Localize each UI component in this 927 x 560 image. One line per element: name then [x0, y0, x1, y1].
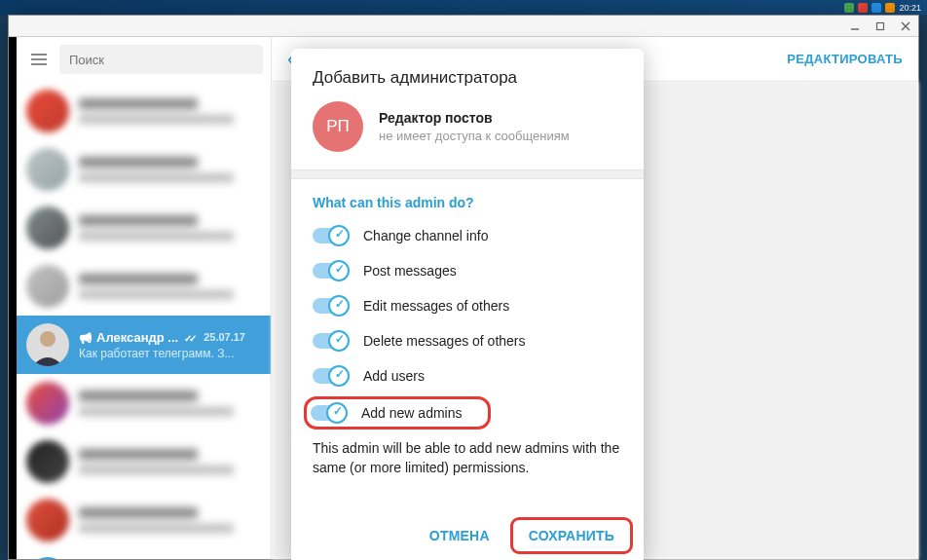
search-input[interactable] [59, 45, 263, 74]
os-taskbar: 20:21 [0, 0, 927, 15]
list-item-active[interactable]: Александр ...25.07.17 Как работает телег… [17, 316, 271, 374]
list-item[interactable] [17, 82, 271, 140]
permission-note: This admin will be able to add new admin… [313, 438, 622, 478]
tray-icon [885, 3, 895, 13]
svg-rect-1 [877, 22, 884, 29]
add-admin-modal: Добавить администратора РП Редактор пост… [291, 49, 644, 560]
modal-title: Добавить администратора [313, 68, 622, 88]
permission-label: Edit messages of others [363, 298, 509, 314]
toggle-change-info[interactable] [313, 228, 348, 243]
list-item[interactable] [17, 257, 271, 316]
app-window: Александр ...25.07.17 Как работает телег… [8, 15, 919, 560]
modal-footer: ОТМЕНА СОХРАНИТЬ [291, 510, 644, 560]
chat-list[interactable]: Александр ...25.07.17 Как работает телег… [17, 82, 271, 559]
permission-label: Add new admins [361, 405, 463, 421]
separator [291, 169, 644, 179]
avatar [26, 557, 69, 559]
user-name: Редактор постов [379, 110, 570, 126]
permission-label: Change channel info [363, 228, 488, 243]
save-button[interactable]: СОХРАНИТЬ [513, 520, 630, 551]
cancel-button[interactable]: ОТМЕНА [414, 520, 505, 551]
read-check-icon [182, 330, 196, 345]
chat-preview: Как работает телеграмм. З... [79, 347, 261, 360]
list-item[interactable] [17, 432, 271, 491]
left-edge-strip [9, 37, 17, 559]
close-button[interactable] [897, 19, 914, 33]
toggle-add-admins[interactable] [311, 405, 346, 421]
permission-delete-others: Delete messages of others [313, 333, 622, 349]
titlebar [9, 16, 918, 37]
tray-icon [844, 3, 854, 13]
tray-icon [871, 3, 881, 13]
sidebar: Александр ...25.07.17 Как работает телег… [17, 37, 272, 559]
chat-name: Александр ... [96, 330, 178, 345]
permission-edit-others: Edit messages of others [313, 298, 622, 314]
list-item[interactable]: Telegram✔ 2.06.17 [17, 549, 271, 559]
list-item[interactable] [17, 199, 271, 257]
toggle-post-messages[interactable] [313, 263, 348, 279]
list-item[interactable] [17, 374, 271, 432]
channel-icon [79, 330, 93, 345]
permission-label: Add users [363, 368, 425, 384]
permissions-heading: What can this admin do? [313, 195, 622, 210]
modal-user-row: РП Редактор постов не имеет доступа к со… [291, 101, 644, 169]
permission-add-users: Add users [313, 368, 622, 384]
user-subtitle: не имеет доступа к сообщениям [379, 129, 570, 143]
chat-date: 25.07.17 [204, 331, 245, 343]
hamburger-menu-icon[interactable] [24, 45, 54, 74]
maximize-button[interactable] [871, 19, 889, 33]
permission-change-info: Change channel info [313, 228, 622, 243]
avatar [26, 323, 69, 366]
edit-link[interactable]: РЕДАКТИРОВАТЬ [787, 52, 903, 66]
toggle-add-users[interactable] [313, 368, 348, 384]
permission-post-messages: Post messages [313, 263, 622, 279]
permission-label: Delete messages of others [363, 333, 526, 349]
list-item[interactable] [17, 491, 271, 549]
toggle-edit-others[interactable] [313, 298, 348, 314]
list-item[interactable] [17, 140, 271, 199]
permission-add-admins: Add new admins [311, 403, 484, 423]
avatar: РП [313, 101, 363, 152]
minimize-button[interactable] [846, 19, 864, 33]
permission-label: Post messages [363, 263, 457, 279]
toggle-delete-others[interactable] [313, 333, 348, 349]
tray-icon [858, 3, 868, 13]
taskbar-clock: 20:21 [899, 3, 921, 13]
